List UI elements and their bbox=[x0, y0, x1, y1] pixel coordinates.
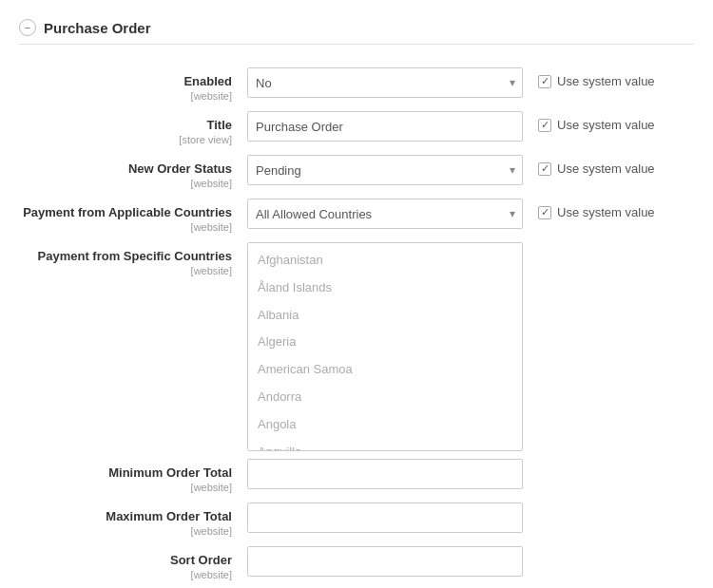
field-row-min-order-total: Minimum Order Total [website] bbox=[19, 459, 694, 495]
field-label-cell-new-order-status: New Order Status [website] bbox=[19, 155, 247, 190]
field-label-sort-order: Sort Order bbox=[19, 553, 232, 567]
use-system-cell-payment-applicable-countries: Use system value bbox=[523, 199, 675, 219]
field-scope-sort-order: [website] bbox=[191, 569, 232, 580]
list-item[interactable]: Albania bbox=[248, 302, 522, 330]
list-item[interactable]: Angola bbox=[248, 411, 522, 439]
list-item[interactable]: Algeria bbox=[248, 329, 522, 356]
section-toggle-icon[interactable]: − bbox=[19, 19, 36, 36]
field-control-title bbox=[247, 111, 523, 142]
select-wrapper-new-order-status: Pending Processing bbox=[247, 155, 523, 185]
use-system-label-title: Use system value bbox=[557, 118, 655, 132]
field-row-payment-applicable-countries: Payment from Applicable Countries [websi… bbox=[19, 199, 694, 235]
field-row-sort-order: Sort Order [website] bbox=[19, 546, 694, 582]
field-label-cell-payment-specific-countries: Payment from Specific Countries [website… bbox=[19, 242, 247, 277]
field-scope-max-order-total: [website] bbox=[191, 525, 232, 537]
field-row-payment-specific-countries: Payment from Specific Countries [website… bbox=[19, 242, 694, 451]
field-label-cell-title: Title [store view] bbox=[19, 111, 247, 146]
field-label-cell-sort-order: Sort Order [website] bbox=[19, 546, 247, 581]
use-system-checkbox-title[interactable] bbox=[538, 119, 551, 132]
list-item[interactable]: Åland Islands bbox=[248, 275, 522, 302]
use-system-cell-enabled: Use system value bbox=[523, 67, 675, 88]
field-scope-payment-specific-countries: [website] bbox=[191, 265, 232, 276]
select-wrapper-payment-applicable-countries: All Allowed Countries Specific Countries bbox=[247, 199, 523, 229]
list-item[interactable]: Andorra bbox=[248, 384, 522, 411]
field-label-enabled: Enabled bbox=[19, 74, 232, 88]
field-control-min-order-total bbox=[247, 459, 523, 489]
section-header: − Purchase Order bbox=[19, 19, 694, 45]
enabled-select[interactable]: No Yes bbox=[247, 67, 523, 98]
list-item[interactable]: American Samoa bbox=[248, 356, 522, 384]
field-label-cell-payment-applicable-countries: Payment from Applicable Countries [websi… bbox=[19, 199, 247, 234]
list-item[interactable]: Afghanistan bbox=[248, 247, 522, 275]
countries-listbox[interactable]: Afghanistan Åland Islands Albania Algeri… bbox=[247, 242, 523, 451]
field-row-enabled: Enabled [website] No Yes Use system valu… bbox=[19, 67, 694, 104]
use-system-label-enabled: Use system value bbox=[557, 74, 655, 88]
field-row-max-order-total: Maximum Order Total [website] bbox=[19, 503, 694, 539]
sort-order-input[interactable] bbox=[247, 546, 523, 577]
use-system-label-new-order-status: Use system value bbox=[557, 161, 655, 176]
field-label-cell-enabled: Enabled [website] bbox=[19, 67, 247, 103]
field-control-enabled: No Yes bbox=[247, 67, 523, 98]
use-system-checkbox-new-order-status[interactable] bbox=[538, 162, 551, 176]
field-scope-new-order-status: [website] bbox=[191, 178, 232, 189]
use-system-cell-new-order-status: Use system value bbox=[523, 155, 675, 176]
use-system-checkbox-payment-applicable-countries[interactable] bbox=[538, 206, 551, 219]
field-scope-enabled: [website] bbox=[191, 90, 232, 102]
field-scope-min-order-total: [website] bbox=[191, 482, 232, 493]
use-system-label-payment-applicable-countries: Use system value bbox=[557, 205, 655, 219]
field-label-new-order-status: New Order Status bbox=[19, 161, 232, 176]
field-control-payment-applicable-countries: All Allowed Countries Specific Countries bbox=[247, 199, 523, 229]
use-system-checkbox-enabled[interactable] bbox=[538, 75, 551, 88]
use-system-cell-title: Use system value bbox=[523, 111, 675, 132]
field-label-max-order-total: Maximum Order Total bbox=[19, 509, 232, 523]
field-row-new-order-status: New Order Status [website] Pending Proce… bbox=[19, 155, 694, 191]
field-control-payment-specific-countries: Afghanistan Åland Islands Albania Algeri… bbox=[247, 242, 523, 451]
field-label-cell-max-order-total: Maximum Order Total [website] bbox=[19, 503, 247, 538]
min-order-total-input[interactable] bbox=[247, 459, 523, 489]
payment-applicable-countries-select[interactable]: All Allowed Countries Specific Countries bbox=[247, 199, 523, 229]
field-control-new-order-status: Pending Processing bbox=[247, 155, 523, 185]
field-row-title: Title [store view] Use system value bbox=[19, 111, 694, 147]
select-wrapper-enabled: No Yes bbox=[247, 67, 523, 98]
title-input[interactable] bbox=[247, 111, 523, 142]
field-control-sort-order bbox=[247, 546, 523, 577]
field-label-title: Title bbox=[19, 118, 232, 132]
field-scope-payment-applicable-countries: [website] bbox=[191, 221, 232, 233]
field-label-min-order-total: Minimum Order Total bbox=[19, 465, 232, 480]
max-order-total-input[interactable] bbox=[247, 503, 523, 533]
field-scope-title: [store view] bbox=[179, 134, 232, 145]
list-item[interactable]: Anguilla bbox=[248, 439, 522, 451]
field-label-payment-applicable-countries: Payment from Applicable Countries bbox=[19, 205, 232, 219]
field-label-cell-min-order-total: Minimum Order Total [website] bbox=[19, 459, 247, 494]
new-order-status-select[interactable]: Pending Processing bbox=[247, 155, 523, 185]
section-title: Purchase Order bbox=[44, 20, 151, 36]
field-control-max-order-total bbox=[247, 503, 523, 533]
field-label-payment-specific-countries: Payment from Specific Countries bbox=[19, 249, 232, 263]
